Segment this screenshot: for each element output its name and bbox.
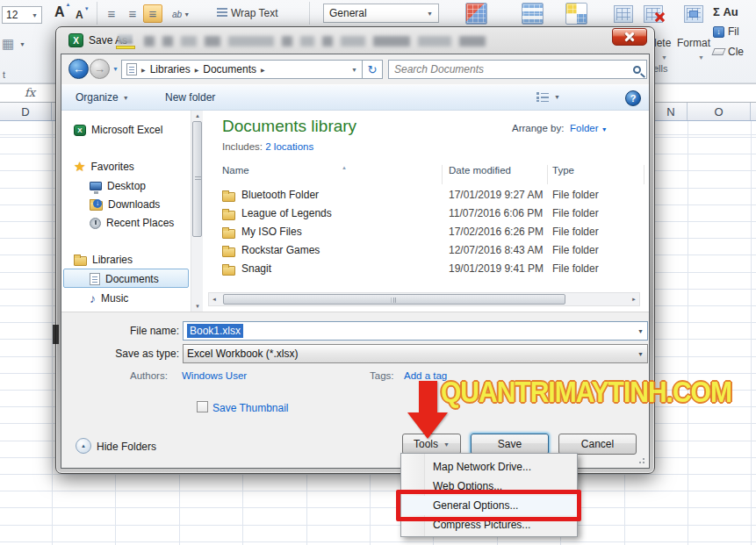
- fill-button[interactable]: ↓ Fil: [713, 25, 739, 38]
- search-input[interactable]: [394, 63, 633, 75]
- sidebar-item-documents[interactable]: Documents: [90, 270, 159, 288]
- scroll-up-icon[interactable]: ▲: [195, 113, 200, 118]
- align-middle-button[interactable]: ≡: [123, 4, 142, 23]
- refresh-button[interactable]: ↻: [362, 60, 383, 79]
- arrange-by-select[interactable]: Folder ▼: [570, 123, 608, 133]
- save-button[interactable]: Save: [471, 434, 549, 455]
- column-header-name[interactable]: Name: [222, 165, 249, 176]
- views-button[interactable]: ▼: [536, 91, 560, 103]
- star-icon: ★: [74, 159, 85, 175]
- watermark: QUANTRIMAYTINH.COM: [441, 376, 731, 409]
- red-highlight-rectangle: [396, 490, 581, 521]
- cells-group-label-partial: ells: [653, 63, 668, 74]
- scroll-down-icon[interactable]: ▼: [195, 304, 200, 309]
- borders-icon[interactable]: ▦: [2, 36, 14, 52]
- sidebar-item-music[interactable]: ♪ Music: [90, 290, 128, 307]
- sidebar-scrollbar[interactable]: ▲ ▼: [191, 111, 203, 312]
- column-header-n[interactable]: N: [655, 103, 688, 120]
- save-thumbnail-checkbox[interactable]: [197, 401, 208, 412]
- chevron-down-icon[interactable]: ▼: [637, 351, 644, 357]
- close-button[interactable]: [612, 28, 647, 46]
- grow-font-button[interactable]: A▲: [54, 4, 65, 20]
- breadcrumb-libraries[interactable]: Libraries: [150, 63, 191, 75]
- scrollbar-thumb[interactable]: [192, 121, 202, 237]
- chevron-down-icon[interactable]: ▼: [698, 54, 704, 61]
- resize-grip[interactable]: [637, 456, 644, 463]
- column-header-type[interactable]: Type: [552, 165, 574, 176]
- column-header-d[interactable]: D: [0, 103, 52, 120]
- number-format-select[interactable]: General ▼: [323, 4, 439, 23]
- format-label[interactable]: Format: [677, 37, 710, 49]
- forward-button[interactable]: →: [90, 59, 110, 79]
- scroll-right-icon[interactable]: ►: [631, 297, 637, 302]
- clear-button[interactable]: Cle: [713, 46, 744, 58]
- breadcrumb-arrow-icon[interactable]: ▶: [261, 67, 265, 73]
- documents-icon: [90, 273, 100, 285]
- breadcrumb[interactable]: ▶ Libraries ▶ Documents ▶ ▼: [121, 60, 362, 79]
- folder-icon: [222, 229, 235, 239]
- menu-item-map-network-drive[interactable]: Map Network Drive...: [401, 457, 577, 477]
- sidebar-item-desktop[interactable]: Desktop: [90, 177, 146, 195]
- shrink-font-button[interactable]: A▼: [76, 9, 83, 21]
- library-includes: Includes: 2 locations: [222, 141, 313, 152]
- sidebar-item-favorites[interactable]: ★ Favorites: [74, 158, 134, 176]
- blurred-ribbon-icon: [118, 34, 133, 44]
- chevron-down-icon[interactable]: ▼: [637, 328, 644, 334]
- chevron-down-icon: ▼: [32, 12, 38, 18]
- file-row-my-iso-files[interactable]: My ISO Files 17/02/2016 6:26 PM File fol…: [203, 223, 642, 241]
- wrap-text-button[interactable]: Wrap Text: [231, 7, 278, 19]
- organize-button[interactable]: Organize ▼: [76, 91, 129, 104]
- authors-value[interactable]: Windows User: [182, 370, 247, 381]
- chevron-down-icon[interactable]: ▼: [661, 54, 667, 61]
- breadcrumb-arrow-icon[interactable]: ▶: [195, 67, 199, 73]
- delete-cells-icon[interactable]: [644, 5, 663, 23]
- new-folder-button[interactable]: New folder: [165, 91, 215, 104]
- hide-folders-button[interactable]: ▲: [76, 438, 91, 454]
- save-as-type-select[interactable]: Excel Workbook (*.xlsx) ▼: [183, 344, 648, 363]
- file-name-input[interactable]: Book1.xlsx ▼: [183, 321, 648, 341]
- wrap-text-icon: [217, 8, 227, 17]
- hide-folders-label[interactable]: Hide Folders: [97, 441, 156, 453]
- dialog-titlebar[interactable]: X Save As: [56, 27, 654, 54]
- scrollbar-thumb[interactable]: [223, 294, 565, 305]
- sidebar-item-recent-places[interactable]: Recent Places: [90, 214, 174, 232]
- align-bottom-button[interactable]: ≡: [143, 4, 162, 23]
- column-header-date-modified[interactable]: Date modified: [449, 165, 511, 176]
- recent-pages-chevron-icon[interactable]: ▼: [112, 66, 119, 72]
- sidebar-item-microsoft-excel[interactable]: X Microsoft Excel: [74, 121, 162, 139]
- file-name-label: File name:: [61, 325, 179, 337]
- format-as-table-icon[interactable]: [522, 3, 544, 25]
- file-row-league-of-legends[interactable]: League of Legends 11/07/2016 6:06 PM Fil…: [203, 204, 642, 223]
- orientation-button[interactable]: ab▼: [172, 5, 195, 23]
- column-header-o[interactable]: O: [688, 103, 751, 120]
- sidebar-item-downloads[interactable]: Downloads: [90, 196, 160, 213]
- library-title: Documents library: [222, 117, 356, 136]
- cell-styles-icon[interactable]: [565, 3, 587, 25]
- folder-icon: [222, 266, 235, 276]
- file-row-snagit[interactable]: Snagit 19/01/2019 9:41 PM File folder: [203, 260, 642, 278]
- align-top-button[interactable]: ≡: [102, 4, 121, 23]
- insert-cells-icon[interactable]: [614, 5, 633, 23]
- chevron-down-icon: ▼: [19, 41, 25, 47]
- chevron-down-icon[interactable]: ▼: [351, 67, 357, 73]
- save-thumbnail-label: Save Thumbnail: [212, 402, 289, 414]
- breadcrumb-arrow-icon[interactable]: ▶: [141, 67, 146, 73]
- file-row-bluetooth-folder[interactable]: Bluetooth Folder 17/01/2019 9:27 AM File…: [203, 186, 642, 204]
- search-box[interactable]: [388, 60, 647, 79]
- horizontal-scrollbar[interactable]: ◄ ►: [208, 292, 640, 306]
- cancel-button[interactable]: Cancel: [558, 434, 637, 455]
- breadcrumb-documents[interactable]: Documents: [203, 63, 256, 75]
- autosum-button[interactable]: Σ Au: [713, 5, 738, 18]
- locations-link[interactable]: 2 locations: [265, 141, 313, 152]
- excel-icon: X: [68, 33, 83, 47]
- downloads-icon: [90, 201, 103, 211]
- file-name-value[interactable]: Book1.xlsx: [187, 324, 243, 338]
- file-row-rockstar-games[interactable]: Rockstar Games 12/07/2016 8:43 AM File f…: [203, 241, 642, 260]
- font-size-select[interactable]: 12 ▼: [2, 6, 42, 24]
- scroll-left-icon[interactable]: ◄: [212, 297, 217, 302]
- conditional-formatting-icon[interactable]: [465, 3, 487, 25]
- back-button[interactable]: ←: [68, 59, 89, 79]
- help-button[interactable]: ?: [625, 90, 641, 106]
- sidebar-item-libraries[interactable]: Libraries: [74, 251, 133, 269]
- format-cells-icon[interactable]: [684, 5, 703, 23]
